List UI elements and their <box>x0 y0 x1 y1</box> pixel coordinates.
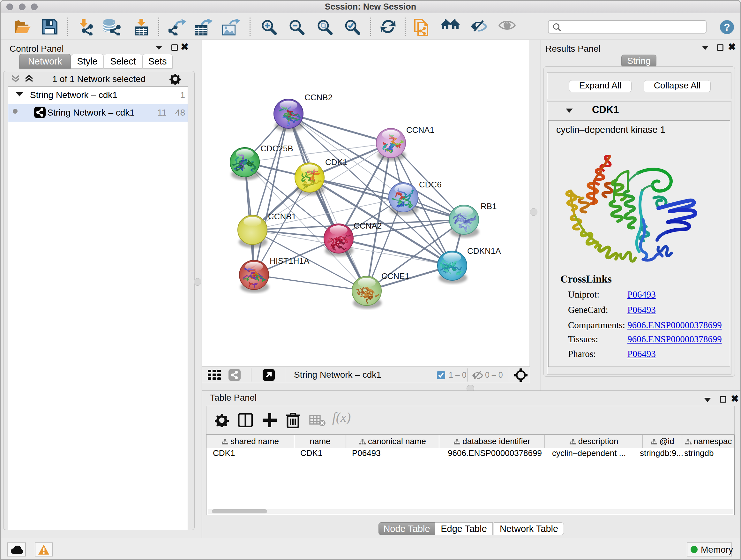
svg-text:CCNA2: CCNA2 <box>354 221 382 231</box>
svg-text:?: ? <box>724 21 730 33</box>
svg-text:CCNB2: CCNB2 <box>305 92 333 102</box>
svg-text:CCNA1: CCNA1 <box>406 125 434 135</box>
svg-text:CCNB1: CCNB1 <box>268 212 296 221</box>
svg-text:RB1: RB1 <box>481 201 497 211</box>
svg-text:CDKN1A: CDKN1A <box>467 246 501 256</box>
svg-text:CDC6: CDC6 <box>419 180 442 189</box>
svg-text:CDK1: CDK1 <box>325 158 347 167</box>
svg-text:CCNE1: CCNE1 <box>381 271 409 281</box>
svg-text:HIST1H1A: HIST1H1A <box>270 256 310 266</box>
svg-text:CDC25B: CDC25B <box>260 144 293 153</box>
